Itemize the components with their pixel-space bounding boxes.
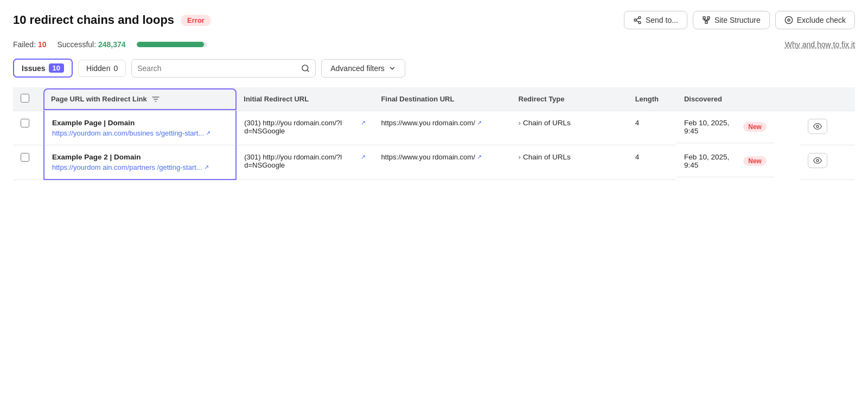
external-link-icon: ↗ <box>477 119 482 126</box>
initial-redirect-wrapper: (301) http://you rdomain.com/?l d=NSGoog… <box>244 119 366 135</box>
th-redirect-type: Redirect Type <box>511 87 628 111</box>
discovered-date: Feb 10, 2025, 9:45 <box>684 119 739 135</box>
svg-point-12 <box>785 16 792 23</box>
svg-line-15 <box>307 70 309 72</box>
external-link-icon: ↗ <box>206 130 210 137</box>
discovered-cell: Feb 10, 2025, 9:45 New <box>676 145 774 177</box>
redirect-type-wrapper: › Chain of URLs <box>519 153 620 161</box>
filter-lines-icon[interactable] <box>151 95 160 104</box>
select-all-checkbox[interactable] <box>21 94 29 103</box>
th-final-destination: Final Destination URL <box>373 87 510 111</box>
page-url-cell: Example Page | Domain https://yourdom ai… <box>44 111 236 145</box>
data-table: Page URL with Redirect Link Initial Redi… <box>13 87 855 180</box>
redirect-type-cell: › Chain of URLs <box>511 111 628 145</box>
svg-point-19 <box>816 125 819 127</box>
svg-point-20 <box>816 159 819 162</box>
hidden-tab[interactable]: Hidden 0 <box>78 60 126 77</box>
hidden-tab-label: Hidden <box>86 64 110 73</box>
redirect-type-text: Chain of URLs <box>523 119 571 127</box>
table-row: Example Page | Domain https://yourdom ai… <box>13 111 855 145</box>
actions-cell <box>800 145 855 180</box>
issues-count: 10 <box>49 63 64 73</box>
th-length: Length <box>628 87 676 111</box>
preview-button[interactable] <box>808 153 827 168</box>
redirect-arrow-icon: › <box>519 153 521 161</box>
initial-redirect-wrapper: (301) http://you rdomain.com/?l d=NSGoog… <box>244 153 366 169</box>
length-cell: 4 <box>628 145 676 180</box>
th-page-url-label: Page URL with Redirect Link <box>51 95 147 103</box>
new-badge: New <box>743 156 767 166</box>
issues-tab[interactable]: Issues 10 <box>13 59 73 78</box>
external-link-icon: ↗ <box>361 153 366 161</box>
discovered-date: Feb 10, 2025, 9:45 <box>684 153 739 169</box>
page-url-header-highlight: Page URL with Redirect Link <box>43 88 237 110</box>
page-name: Example Page 2 | Domain <box>52 153 228 161</box>
error-badge: Error <box>181 15 211 26</box>
final-destination-wrapper: https://www.you rdomain.com/ ↗ <box>381 119 503 127</box>
exclude-check-label: Exclude check <box>797 16 846 24</box>
th-select-all <box>13 87 44 111</box>
th-initial-redirect-label: Initial Redirect URL <box>244 95 309 103</box>
th-redirect-type-label: Redirect Type <box>519 95 565 103</box>
why-fix-link[interactable]: Why and how to fix it <box>785 40 855 49</box>
row-checkbox-cell <box>13 145 44 180</box>
issues-tab-label: Issues <box>22 64 46 73</box>
svg-line-3 <box>636 21 639 22</box>
length-cell: 4 <box>628 111 676 145</box>
row-checkbox[interactable] <box>21 119 29 127</box>
header-buttons: Send to... Site Structure Exclude check <box>624 11 855 29</box>
search-container <box>131 59 316 78</box>
preview-button[interactable] <box>808 119 827 134</box>
redirect-type-cell: › Chain of URLs <box>511 145 628 180</box>
page-url-cell: Example Page 2 | Domain https://yourdom … <box>44 145 236 180</box>
send-to-button[interactable]: Send to... <box>624 11 687 29</box>
initial-redirect-cell: (301) http://you rdomain.com/?l d=NSGoog… <box>236 145 373 180</box>
external-link-icon: ↗ <box>477 153 482 161</box>
page-wrapper: 10 redirect chains and loops Error Send … <box>0 0 868 397</box>
final-destination-text: https://www.you rdomain.com/ <box>381 119 475 127</box>
failed-label: Failed: <box>13 40 36 49</box>
hidden-count: 0 <box>113 64 118 73</box>
search-input[interactable] <box>137 60 298 77</box>
advanced-filters-button[interactable]: Advanced filters <box>321 59 405 78</box>
progress-bar <box>137 42 207 47</box>
stats-row: Failed: 10 Successful: 248,374 Why and h… <box>13 40 855 49</box>
svg-line-4 <box>636 18 639 20</box>
send-to-label: Send to... <box>646 16 678 24</box>
external-link-icon: ↗ <box>361 119 366 126</box>
redirect-arrow-icon: › <box>519 119 521 127</box>
site-structure-label: Site Structure <box>714 16 761 24</box>
successful-count: 248,374 <box>98 40 126 49</box>
final-destination-cell: https://www.you rdomain.com/ ↗ <box>373 111 510 145</box>
search-button[interactable] <box>301 64 310 73</box>
stats-left: Failed: 10 Successful: 248,374 <box>13 40 207 49</box>
th-discovered-label: Discovered <box>684 95 722 103</box>
row-checkbox[interactable] <box>21 153 29 162</box>
actions-cell <box>800 111 855 145</box>
page-url-link[interactable]: https://yourdom ain.com/busines s/gettin… <box>52 129 228 137</box>
site-structure-button[interactable]: Site Structure <box>693 11 770 29</box>
search-icon <box>301 64 310 73</box>
filter-row: Issues 10 Hidden 0 Advanced filters <box>13 59 855 78</box>
page-url-text: https://yourdom ain.com/busines s/gettin… <box>52 129 204 137</box>
share-icon <box>633 16 642 24</box>
eye-icon <box>813 156 822 165</box>
final-destination-text: https://www.you rdomain.com/ <box>381 153 475 161</box>
page-title: 10 redirect chains and loops <box>13 13 174 27</box>
exclude-icon <box>784 16 793 24</box>
redirect-type-wrapper: › Chain of URLs <box>519 119 620 127</box>
initial-redirect-cell: (301) http://you rdomain.com/?l d=NSGoog… <box>236 111 373 145</box>
final-destination-wrapper: https://www.you rdomain.com/ ↗ <box>381 153 503 161</box>
exclude-check-button[interactable]: Exclude check <box>775 11 855 29</box>
new-badge: New <box>743 122 767 132</box>
successful-stat: Successful: 248,374 <box>58 40 126 49</box>
page-name: Example Page | Domain <box>52 119 228 127</box>
chevron-down-icon <box>388 65 396 72</box>
svg-point-13 <box>788 19 790 21</box>
header-row: 10 redirect chains and loops Error Send … <box>13 11 855 29</box>
th-initial-redirect: Initial Redirect URL <box>236 87 373 111</box>
page-url-link[interactable]: https://yourdom ain.com/partners /gettin… <box>52 163 228 171</box>
advanced-filters-label: Advanced filters <box>330 64 385 73</box>
eye-icon <box>813 122 822 131</box>
th-discovered: Discovered <box>676 87 800 111</box>
